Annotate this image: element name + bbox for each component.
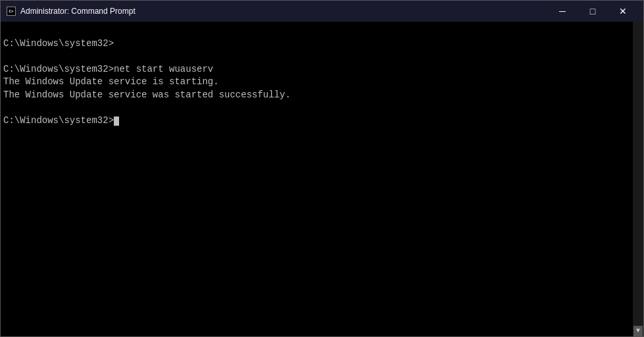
window-title: Administrator: Command Prompt (20, 7, 547, 16)
prompt-line-1: C:\Windows\system32> (3, 38, 641, 51)
scrollbar[interactable]: ▼ (633, 22, 643, 336)
output-line-1: The Windows Update service is starting. (3, 76, 641, 89)
blank-line-2 (3, 50, 641, 63)
close-button[interactable]: ✕ (608, 1, 638, 22)
command-line-1: C:\Windows\system32>net start wuauserv (3, 63, 641, 76)
blank-line-3 (3, 102, 641, 115)
cmd-window: Administrator: Command Prompt ─ □ ✕ C:\W… (0, 0, 644, 337)
console-body[interactable]: C:\Windows\system32> C:\Windows\system32… (1, 22, 643, 336)
minimize-button[interactable]: ─ (547, 1, 578, 22)
blank-line-1 (3, 24, 641, 38)
scroll-down-arrow[interactable]: ▼ (633, 326, 643, 336)
maximize-button[interactable]: □ (578, 1, 608, 22)
cmd-icon (7, 7, 16, 16)
cursor (114, 117, 119, 126)
window-controls: ─ □ ✕ (547, 1, 638, 22)
output-line-2: The Windows Update service was started s… (3, 89, 641, 102)
prompt-line-2: C:\Windows\system32> (3, 115, 641, 128)
window-icon (6, 6, 16, 16)
title-bar: Administrator: Command Prompt ─ □ ✕ (1, 1, 643, 22)
